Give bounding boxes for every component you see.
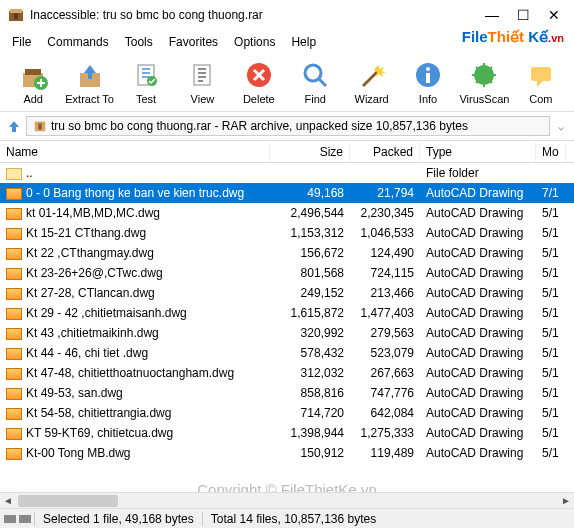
svg-rect-16 <box>531 67 551 81</box>
parent-dir-row[interactable]: ..File folder <box>0 163 574 183</box>
file-row[interactable]: Kt 54-58, chitiettrangia.dwg714,720642,0… <box>0 403 574 423</box>
dwg-icon <box>6 328 22 340</box>
path-dropdown-icon[interactable]: ⌵ <box>554 121 568 132</box>
maximize-button[interactable]: ☐ <box>517 7 530 23</box>
dwg-icon <box>6 368 22 380</box>
list-header: Name Size Packed Type Mo <box>0 141 574 163</box>
svg-rect-9 <box>194 65 210 85</box>
status-icons <box>0 515 34 523</box>
dwg-icon <box>6 308 22 320</box>
wizard-icon <box>356 59 388 91</box>
statusbar: Selected 1 file, 49,168 bytes Total 14 f… <box>0 508 574 528</box>
status-total: Total 14 files, 10,857,136 bytes <box>202 512 384 526</box>
dwg-icon <box>6 208 22 220</box>
col-name[interactable]: Name <box>0 142 270 162</box>
tool-info[interactable]: Info <box>401 57 455 107</box>
test-icon <box>130 59 162 91</box>
menu-help[interactable]: Help <box>283 32 324 52</box>
tool-com[interactable]: Com <box>514 57 568 107</box>
col-packed[interactable]: Packed <box>350 142 420 162</box>
close-button[interactable]: ✕ <box>548 7 560 23</box>
dwg-icon <box>6 188 22 200</box>
tool-wizard[interactable]: Wizard <box>344 57 398 107</box>
file-row[interactable]: kt 01-14,MB,MD,MC.dwg2,496,5442,230,345A… <box>0 203 574 223</box>
scroll-right-icon[interactable]: ► <box>558 495 574 506</box>
file-row[interactable]: Kt 15-21 CTthang.dwg1,153,3121,046,533Au… <box>0 223 574 243</box>
file-row[interactable]: Kt 23-26+26@,CTwc.dwg801,568724,115AutoC… <box>0 263 574 283</box>
scroll-left-icon[interactable]: ◄ <box>0 495 16 506</box>
dwg-icon <box>6 448 22 460</box>
dwg-icon <box>6 288 22 300</box>
file-row[interactable]: Kt 44 - 46, chi tiet .dwg578,432523,079A… <box>0 343 574 363</box>
info-icon <box>412 59 444 91</box>
delete-icon <box>243 59 275 91</box>
status-selected: Selected 1 file, 49,168 bytes <box>34 512 202 526</box>
tool-virusscan[interactable]: VirusScan <box>457 57 511 107</box>
svg-rect-14 <box>426 73 430 83</box>
col-mod[interactable]: Mo <box>536 142 566 162</box>
tool-test[interactable]: Test <box>119 57 173 107</box>
dwg-icon <box>6 408 22 420</box>
menubar: File Commands Tools Favorites Options He… <box>0 30 574 53</box>
svg-rect-18 <box>38 123 42 129</box>
svg-rect-4 <box>25 69 41 75</box>
col-size[interactable]: Size <box>270 142 350 162</box>
file-row[interactable]: Kt 27-28, CTlancan.dwg249,152213,466Auto… <box>0 283 574 303</box>
tool-find[interactable]: Find <box>288 57 342 107</box>
pathbar: tru so bmc bo cong thuong.rar - RAR arch… <box>0 112 574 141</box>
comment-icon <box>525 59 557 91</box>
col-type[interactable]: Type <box>420 142 536 162</box>
file-row[interactable]: Kt 47-48, chitietthoatnuoctangham.dwg312… <box>0 363 574 383</box>
svg-rect-2 <box>14 13 18 19</box>
file-row[interactable]: Kt 43 ,chitietmaikinh.dwg320,992279,563A… <box>0 323 574 343</box>
horizontal-scrollbar[interactable]: ◄ ► <box>0 492 574 508</box>
app-icon <box>8 7 24 23</box>
folder-icon <box>6 168 22 180</box>
extract-icon <box>74 59 106 91</box>
menu-favorites[interactable]: Favorites <box>161 32 226 52</box>
file-row[interactable]: Kt 22 ,CTthangmay.dwg156,672124,490AutoC… <box>0 243 574 263</box>
dwg-icon <box>6 428 22 440</box>
tool-delete[interactable]: Delete <box>232 57 286 107</box>
dwg-icon <box>6 228 22 240</box>
titlebar: Inaccessible: tru so bmc bo cong thuong.… <box>0 0 574 30</box>
file-list: ..File folder0 - 0 Bang thong ke ban ve … <box>0 163 574 463</box>
archive-icon <box>33 119 47 133</box>
minimize-button[interactable]: — <box>485 7 499 23</box>
window-title: Inaccessible: tru so bmc bo cong thuong.… <box>30 8 485 22</box>
dwg-icon <box>6 248 22 260</box>
path-field[interactable]: tru so bmc bo cong thuong.rar - RAR arch… <box>26 116 550 136</box>
toolbar: AddExtract ToTestViewDeleteFindWizardInf… <box>0 53 574 112</box>
scroll-thumb[interactable] <box>18 495 118 507</box>
brand-logo: FileThiết Kế.vn <box>462 28 564 46</box>
menu-commands[interactable]: Commands <box>39 32 116 52</box>
file-row[interactable]: Kt 49-53, san.dwg858,816747,776AutoCAD D… <box>0 383 574 403</box>
svg-point-13 <box>426 67 430 71</box>
dwg-icon <box>6 388 22 400</box>
file-row[interactable]: Kt-00 Tong MB.dwg150,912119,489AutoCAD D… <box>0 443 574 463</box>
virus-icon <box>468 59 500 91</box>
tool-view[interactable]: View <box>175 57 229 107</box>
dwg-icon <box>6 268 22 280</box>
add-icon <box>17 59 49 91</box>
tool-extract-to[interactable]: Extract To <box>62 57 116 107</box>
menu-options[interactable]: Options <box>226 32 283 52</box>
svg-point-11 <box>305 65 321 81</box>
tool-add[interactable]: Add <box>6 57 60 107</box>
dwg-icon <box>6 348 22 360</box>
svg-rect-1 <box>10 9 22 13</box>
menu-tools[interactable]: Tools <box>117 32 161 52</box>
view-icon <box>186 59 218 91</box>
find-icon <box>299 59 331 91</box>
file-row[interactable]: KT 59-KT69, chitietcua.dwg1,398,9441,275… <box>0 423 574 443</box>
file-row[interactable]: 0 - 0 Bang thong ke ban ve kien truc.dwg… <box>0 183 574 203</box>
file-row[interactable]: Kt 29 - 42 ,chitietmaisanh.dwg1,615,8721… <box>0 303 574 323</box>
up-icon[interactable] <box>6 118 22 134</box>
menu-file[interactable]: File <box>4 32 39 52</box>
